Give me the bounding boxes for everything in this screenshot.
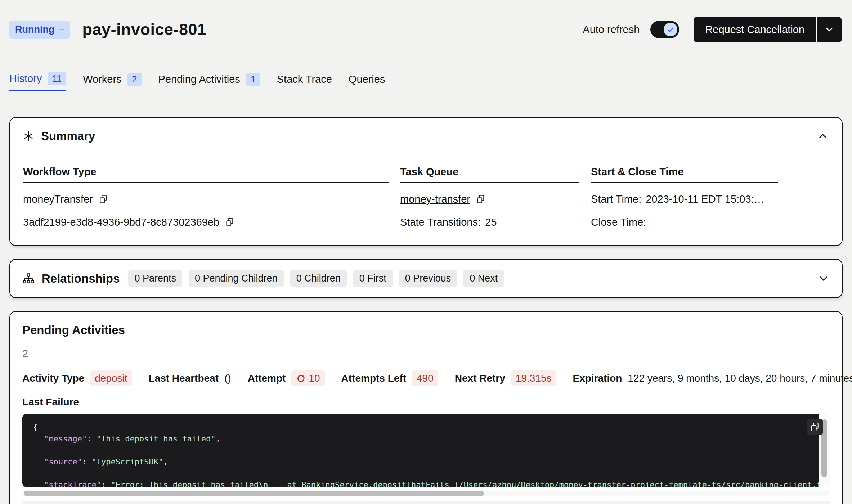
code-separator: :: [87, 434, 97, 443]
code-line: "stackTrace": "Error: This deposit has f…: [33, 479, 819, 487]
tab-queries[interactable]: Queries: [349, 72, 385, 91]
attempts-left-field: Attempts Left 490: [341, 370, 438, 386]
status-spinner-icon: [59, 29, 64, 30]
code-separator: :: [101, 480, 111, 487]
code-value: "Error: This deposit has failed\n at Ban…: [111, 480, 819, 487]
first-badge: 0 First: [353, 270, 393, 287]
summary-card-header: Summary: [23, 129, 829, 143]
pending-activities-title: Pending Activities: [22, 323, 830, 337]
status-badge: Running: [9, 21, 70, 39]
chevron-up-icon: [817, 130, 829, 142]
task-queue-column: Task Queue money-transfer State Transiti…: [400, 166, 579, 229]
tab-count-badge: 11: [48, 72, 66, 85]
code-key: "source": [44, 457, 82, 466]
summary-title: Summary: [41, 129, 95, 143]
relationships-card-header: Relationships 0 Parents 0 Pending Childr…: [22, 270, 830, 287]
code-comma: ,: [163, 457, 168, 466]
workflow-type-value: moneyTransfer: [23, 193, 93, 205]
last-failure-label: Last Failure: [22, 396, 830, 408]
relationships-expand-button[interactable]: [817, 273, 830, 285]
expiration-label: Expiration: [573, 373, 622, 384]
children-badge: 0 Children: [290, 270, 347, 287]
code-line: "message": "This deposit has failed",: [33, 433, 819, 445]
toggle-knob: [664, 23, 677, 36]
copy-workflow-type-button[interactable]: [99, 194, 108, 204]
auto-refresh-label: Auto refresh: [583, 24, 640, 36]
request-cancellation-label: Request Cancellation: [694, 17, 816, 42]
sparkle-icon: [23, 131, 34, 141]
code-line: "source": "TypeScriptSDK",: [33, 456, 819, 468]
attempt-label: Attempt: [248, 373, 286, 384]
expiration-value: 122 years, 9 months, 10 days, 20 hours, …: [628, 373, 852, 384]
last-failure-code-wrap: { "message": "This deposit has failed", …: [22, 414, 830, 487]
pending-children-badge: 0 Pending Children: [189, 270, 284, 287]
copy-icon: [476, 194, 485, 204]
request-cancellation-button[interactable]: Request Cancellation: [694, 17, 842, 42]
code-separator: :: [82, 457, 92, 466]
next-retry-field: Next Retry 19.315s: [455, 370, 556, 386]
tab-pending-activities[interactable]: Pending Activities 1: [158, 72, 260, 91]
code-value: "TypeScriptSDK": [91, 457, 163, 466]
copy-icon: [225, 217, 234, 227]
attempt-field: Attempt 10: [248, 370, 325, 386]
last-failure-code-block: { "message": "This deposit has failed", …: [22, 414, 819, 487]
task-queue-link[interactable]: money-transfer: [400, 193, 470, 205]
pending-activities-count: 2: [22, 348, 830, 360]
tab-label: Stack Trace: [277, 73, 332, 85]
start-time-label: Start Time:: [591, 193, 641, 205]
time-header: Start & Close Time: [591, 166, 778, 183]
collapsed-row-divider: [22, 501, 830, 504]
cancel-menu-button[interactable]: [817, 17, 842, 42]
summary-collapse-button[interactable]: [817, 130, 829, 142]
activity-type-label: Activity Type: [22, 373, 84, 384]
tab-history[interactable]: History 11: [9, 72, 66, 91]
attempt-value: 10: [309, 373, 320, 384]
page-title: pay-invoice-801: [82, 20, 583, 39]
tab-count-badge: 2: [127, 73, 142, 86]
state-transitions-value: 25: [485, 216, 497, 228]
attempt-badge: 10: [291, 370, 324, 386]
relationships-card: Relationships 0 Parents 0 Pending Childr…: [9, 259, 843, 298]
tab-bar: History 11 Workers 2 Pending Activities …: [0, 72, 852, 91]
last-heartbeat-value: (): [224, 373, 231, 384]
tab-label: Queries: [349, 73, 385, 85]
start-time-value: 2023-10-11 EDT 15:03:…: [646, 193, 764, 205]
workflow-type-header: Workflow Type: [23, 166, 389, 183]
workflow-header: Running pay-invoice-801 Auto refresh Req…: [0, 0, 852, 50]
run-id-value: 3adf2199-e3d8-4936-9bd7-8c87302369eb: [23, 216, 219, 228]
time-column: Start & Close Time Start Time: 2023-10-1…: [591, 166, 778, 229]
summary-grid: Workflow Type moneyTransfer 3adf2199-e3d…: [23, 166, 829, 229]
summary-card: Summary Workflow Type moneyTransfer 3adf…: [9, 117, 843, 246]
activity-type-badge: deposit: [90, 370, 132, 386]
tab-label: Pending Activities: [158, 73, 240, 85]
workflow-type-column: Workflow Type moneyTransfer 3adf2199-e3d…: [23, 166, 389, 229]
attempts-left-badge: 490: [412, 370, 438, 386]
chevron-down-icon: [817, 273, 830, 285]
last-heartbeat-field: Last Heartbeat (): [149, 373, 231, 384]
org-tree-icon: [22, 273, 35, 285]
expiration-field: Expiration 122 years, 9 months, 10 days,…: [573, 373, 852, 384]
code-value: "This deposit has failed": [97, 434, 216, 443]
last-heartbeat-label: Last Heartbeat: [149, 373, 219, 384]
code-key: "message": [44, 434, 87, 443]
code-open-brace: {: [33, 423, 38, 432]
attempts-left-label: Attempts Left: [341, 373, 406, 384]
copy-run-id-button[interactable]: [225, 217, 234, 227]
copy-last-failure-button[interactable]: [807, 419, 823, 435]
relationship-badges: 0 Parents 0 Pending Children 0 Children …: [128, 270, 504, 287]
auto-refresh-toggle[interactable]: [650, 21, 679, 38]
state-transitions-label: State Transitions:: [400, 216, 481, 228]
copy-task-queue-button[interactable]: [476, 194, 485, 204]
pending-activities-card: Pending Activities 2 Activity Type depos…: [9, 311, 843, 504]
previous-badge: 0 Previous: [399, 270, 457, 287]
code-key: "stackTrace": [44, 480, 101, 487]
tab-workers[interactable]: Workers 2: [83, 72, 142, 91]
status-badge-label: Running: [15, 24, 54, 35]
tab-label: Workers: [83, 73, 121, 85]
task-queue-header: Task Queue: [400, 166, 579, 183]
tab-stack-trace[interactable]: Stack Trace: [277, 72, 332, 91]
code-horizontal-scrollbar-thumb[interactable]: [24, 491, 484, 496]
copy-icon: [99, 194, 108, 204]
close-time-label: Close Time:: [591, 216, 646, 228]
code-horizontal-scrollbar[interactable]: [22, 490, 830, 496]
